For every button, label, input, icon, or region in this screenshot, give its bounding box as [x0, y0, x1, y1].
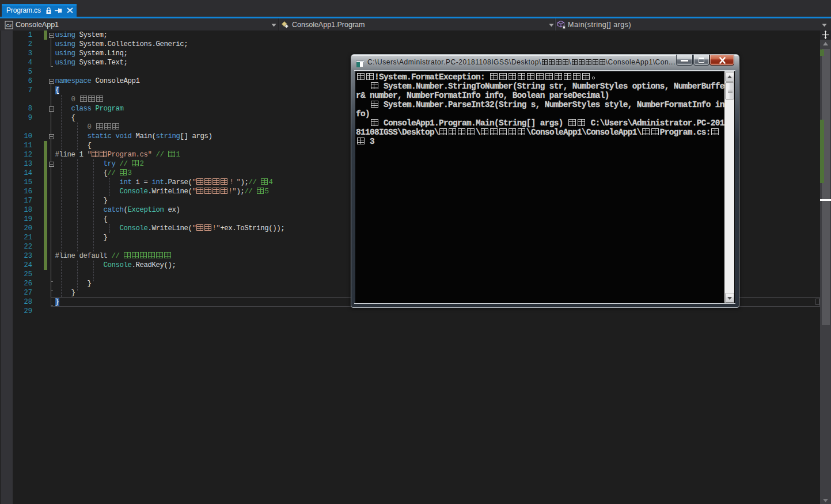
svg-text:C#: C#: [6, 23, 12, 28]
